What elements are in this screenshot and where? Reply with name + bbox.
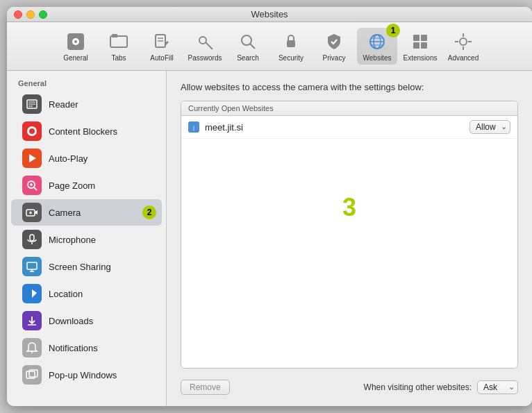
passwords-icon	[194, 31, 216, 53]
content-description: Allow websites to access the camera with…	[181, 82, 518, 92]
toolbar-extensions[interactable]: Extensions	[400, 28, 440, 65]
minimize-button[interactable]	[26, 10, 35, 19]
toolbar-security-label: Security	[279, 54, 304, 62]
content-panel: Allow websites to access the camera with…	[167, 71, 532, 406]
main-area: General Reader Content Blockers Auto-Pla…	[7, 71, 532, 406]
svg-rect-43	[27, 262, 37, 269]
sidebar-section-header: General	[7, 76, 166, 90]
toolbar-tabs-label: Tabs	[111, 54, 126, 62]
svg-rect-12	[287, 40, 295, 47]
sidebar-item-notifications[interactable]: Notifications	[11, 335, 162, 361]
sidebar: General Reader Content Blockers Auto-Pla…	[7, 71, 167, 406]
other-websites-label: When visiting other websites:	[364, 382, 472, 392]
toolbar-privacy[interactable]: Privacy	[314, 28, 354, 65]
sidebar-item-content-blockers-label: Content Blockers	[49, 126, 117, 137]
other-websites-select-wrapper[interactable]: Ask Allow Deny	[477, 380, 518, 394]
sidebar-item-location[interactable]: Location	[11, 280, 162, 307]
svg-rect-4	[112, 34, 117, 37]
close-button[interactable]	[14, 10, 22, 19]
sidebar-item-auto-play-label: Auto-Play	[49, 153, 88, 164]
svg-rect-41	[30, 235, 34, 241]
location-icon	[22, 284, 42, 303]
svg-rect-3	[110, 36, 127, 47]
toolbar-advanced-label: Advanced	[448, 54, 479, 62]
traffic-lights	[14, 10, 47, 19]
svg-point-22	[460, 38, 467, 45]
toolbar-websites[interactable]: Websites 1	[357, 28, 397, 65]
sidebar-item-reader[interactable]: Reader	[11, 91, 162, 117]
sidebar-item-auto-play[interactable]: Auto-Play	[11, 145, 162, 171]
toolbar-autofill[interactable]: AutoFill	[142, 28, 182, 65]
maximize-button[interactable]	[39, 10, 47, 19]
toolbar-extensions-label: Extensions	[404, 54, 438, 62]
extensions-icon	[409, 31, 431, 53]
sidebar-item-microphone[interactable]: Microphone	[11, 226, 162, 253]
sidebar-item-camera[interactable]: Camera 2	[11, 199, 162, 226]
annotation-3: 3	[342, 193, 356, 222]
autofill-icon	[151, 31, 173, 53]
toolbar-privacy-label: Privacy	[323, 54, 346, 62]
svg-point-50	[31, 352, 33, 353]
toolbar-advanced[interactable]: Advanced	[443, 28, 483, 65]
toolbar-tabs[interactable]: Tabs	[99, 28, 139, 65]
svg-rect-18	[413, 35, 419, 41]
svg-marker-46	[32, 289, 37, 298]
search-icon	[237, 31, 259, 53]
sidebar-item-microphone-label: Microphone	[49, 235, 96, 245]
svg-line-9	[206, 42, 213, 49]
svg-rect-19	[421, 35, 427, 41]
svg-line-11	[250, 44, 255, 49]
empty-area: 3	[181, 139, 517, 368]
bottom-bar: Remove When visiting other websites: Ask…	[181, 376, 518, 395]
sidebar-item-content-blockers[interactable]: Content Blockers	[11, 118, 162, 144]
toolbar-websites-label: Websites	[363, 54, 392, 62]
titlebar: Websites	[7, 7, 532, 22]
svg-line-35	[34, 187, 37, 190]
content-blockers-icon	[22, 121, 42, 141]
toolbar: General Tabs AutoFill Passwords Search	[7, 22, 532, 71]
downloads-icon	[22, 311, 42, 330]
privacy-icon	[323, 31, 345, 53]
toolbar-autofill-label: AutoFill	[150, 54, 173, 62]
sidebar-item-page-zoom-label: Page Zoom	[49, 180, 95, 191]
svg-marker-33	[29, 154, 36, 162]
website-favicon: j	[188, 121, 199, 133]
sidebar-item-page-zoom[interactable]: Page Zoom	[11, 172, 162, 199]
sidebar-item-downloads-label: Downloads	[49, 316, 93, 326]
microphone-icon	[22, 230, 42, 249]
advanced-icon	[452, 31, 474, 53]
tabs-icon	[108, 31, 130, 53]
annotation-1: 1	[386, 24, 400, 37]
notifications-icon	[22, 338, 42, 357]
toolbar-search[interactable]: Search	[228, 28, 268, 65]
toolbar-general-label: General	[63, 54, 88, 62]
safari-window: Websites General Tabs AutoFill Password	[7, 7, 532, 406]
svg-point-40	[29, 212, 32, 214]
toolbar-passwords[interactable]: Passwords	[185, 28, 225, 65]
svg-point-10	[242, 35, 251, 45]
camera-icon	[22, 203, 42, 222]
toolbar-general[interactable]: General	[56, 28, 96, 65]
svg-point-2	[74, 40, 77, 43]
permission-select-wrapper[interactable]: Allow Ask Deny	[469, 120, 510, 134]
sidebar-item-notifications-label: Notifications	[49, 343, 98, 353]
sidebar-item-popup-windows[interactable]: Pop-up Windows	[11, 362, 162, 388]
remove-button[interactable]: Remove	[181, 380, 230, 395]
sidebar-item-popup-windows-label: Pop-up Windows	[49, 370, 117, 380]
permission-select[interactable]: Allow Ask Deny	[469, 120, 510, 134]
toolbar-search-label: Search	[237, 54, 259, 62]
toolbar-security[interactable]: Security	[271, 28, 311, 65]
svg-rect-20	[413, 42, 419, 49]
sidebar-item-reader-label: Reader	[49, 99, 78, 110]
reader-icon	[22, 94, 42, 114]
page-zoom-icon	[22, 176, 42, 195]
other-websites-select[interactable]: Ask Allow Deny	[477, 380, 518, 394]
sidebar-item-screen-sharing-label: Screen Sharing	[49, 262, 111, 272]
sidebar-item-downloads[interactable]: Downloads	[11, 307, 162, 334]
websites-box-header: Currently Open Websites	[181, 101, 517, 116]
auto-play-icon	[22, 149, 42, 168]
sidebar-item-screen-sharing[interactable]: Screen Sharing	[11, 253, 162, 280]
sidebar-item-location-label: Location	[49, 289, 83, 299]
website-name: meet.jit.si	[205, 122, 464, 133]
websites-box: Currently Open Websites j meet.jit.si Al…	[181, 101, 518, 369]
